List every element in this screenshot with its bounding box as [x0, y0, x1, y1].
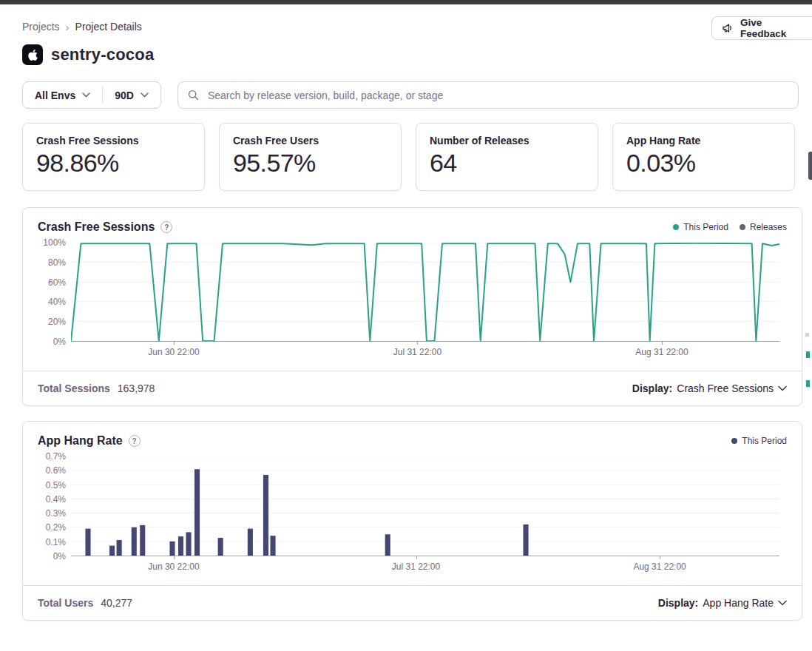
bar-series-bar [117, 540, 122, 556]
give-feedback-label: Give Feedback [740, 17, 811, 39]
chart-footer: Total Users 40,277 Display: App Hang Rat… [23, 585, 802, 620]
legend-item[interactable]: This Period [731, 436, 787, 446]
legend-label: This Period [742, 436, 787, 446]
x-axis-tick-label: Aug 31 22:00 [635, 347, 688, 357]
x-axis-labels: Jun 30 22:00Jul 31 22:00Aug 31 22:00 [71, 342, 779, 362]
y-axis-labels: 100%80%60%40%20%0% [33, 243, 71, 342]
right-edge-cutoff-fragment [806, 380, 810, 387]
bar-series-bar [109, 546, 115, 556]
stat-label: Crash Free Users [233, 135, 388, 146]
bar-series-bar [218, 538, 223, 556]
filter-bar: All Envs 90D [0, 65, 812, 109]
x-axis-tick-label: Jul 31 22:00 [392, 561, 440, 572]
y-axis-tick-label: 0.7% [46, 451, 66, 462]
search-input[interactable] [206, 89, 788, 102]
help-icon[interactable]: ? [129, 435, 141, 447]
chevron-down-icon [141, 92, 149, 98]
env-date-picker: All Envs 90D [22, 81, 161, 109]
y-axis-tick-label: 0.6% [46, 465, 66, 476]
bar-chart-canvas [71, 456, 779, 556]
y-axis-tick-label: 0.2% [46, 522, 66, 533]
apple-platform-icon [22, 44, 43, 65]
legend-dot-icon [731, 438, 737, 444]
chart-body: 100%80%60%40%20%0% [23, 235, 802, 342]
legend-item[interactable]: Releases [740, 222, 787, 232]
display-label: Display: [658, 597, 698, 609]
bar-chart-plot-area [71, 456, 779, 556]
x-axis-tick-label: Jun 30 22:00 [148, 347, 199, 357]
x-axis-tick-label: Jun 30 22:00 [148, 561, 199, 572]
legend-label: This Period [683, 222, 728, 232]
legend-dot-icon [740, 224, 745, 230]
x-axis-tick-label: Aug 31 22:00 [633, 561, 686, 572]
bar-series-bar [178, 536, 183, 556]
y-axis-tick-label: 0% [53, 551, 66, 561]
y-axis-tick-label: 0.3% [46, 508, 66, 519]
breadcrumb-projects-link[interactable]: Projects [22, 21, 60, 33]
release-search-box[interactable] [177, 81, 799, 109]
give-feedback-button[interactable]: Give Feedback [711, 16, 812, 40]
page-header: Projects › Project Details Give Feedback [0, 4, 812, 38]
y-axis-labels: 0.7%0.6%0.5%0.4%0.3%0.2%0.1%0% [33, 456, 71, 556]
bar-series-bar [85, 529, 90, 556]
line-chart-canvas [71, 243, 779, 341]
crash-free-sessions-panel: Crash Free Sessions ? This PeriodRelease… [22, 207, 802, 406]
display-value: App Hang Rate [703, 597, 774, 609]
app-hang-rate-panel: App Hang Rate ? This Period 0.7%0.6%0.5%… [22, 421, 802, 621]
x-axis-tick-label: Jul 31 22:00 [393, 347, 441, 357]
chevron-down-icon [82, 92, 90, 98]
project-title-row: sentry-cocoa [0, 38, 812, 65]
x-axis-labels: Jun 30 22:00Jul 31 22:00Aug 31 22:00 [71, 556, 779, 576]
display-value: Crash Free Sessions [677, 382, 774, 394]
y-axis-tick-label: 20% [48, 317, 66, 327]
chart-title: App Hang Rate [38, 434, 123, 448]
right-edge-cutoff-fragment [806, 351, 810, 358]
stat-card-crash-free-sessions: Crash Free Sessions 98.86% [22, 123, 205, 191]
chart-title: Crash Free Sessions [38, 220, 155, 234]
display-selector[interactable]: Display: App Hang Rate [658, 597, 787, 609]
environment-selector[interactable]: All Envs [23, 82, 102, 108]
chart-footer: Total Sessions 163,978 Display: Crash Fr… [23, 371, 802, 405]
legend-item[interactable]: This Period [673, 222, 728, 232]
y-axis-tick-label: 0.5% [46, 480, 66, 490]
total-label: Total Users [38, 597, 93, 609]
scrollbar-thumb[interactable] [808, 152, 812, 180]
date-range-selector-label: 90D [115, 90, 134, 101]
bar-series-bar [186, 532, 191, 556]
total-value: 40,277 [101, 597, 132, 609]
bar-series-bar [132, 527, 137, 556]
stat-value: 95.57% [233, 149, 388, 178]
chart-header: Crash Free Sessions ? This PeriodRelease… [23, 208, 802, 235]
page-content: Projects › Project Details Give Feedback… [0, 4, 812, 621]
stat-card-app-hang-rate: App Hang Rate 0.03% [612, 123, 795, 191]
stat-label: Crash Free Sessions [36, 135, 191, 146]
stat-value: 98.86% [36, 149, 191, 178]
stat-value: 64 [430, 149, 584, 178]
bar-series-bar [169, 542, 175, 556]
display-selector[interactable]: Display: Crash Free Sessions [632, 382, 787, 394]
chart-header: App Hang Rate ? This Period [23, 422, 802, 449]
chart-legend: This Period [731, 436, 787, 446]
y-axis-tick-label: 80% [48, 257, 66, 268]
stat-label: Number of Releases [430, 135, 584, 146]
megaphone-icon [722, 22, 734, 34]
date-range-selector[interactable]: 90D [103, 82, 160, 108]
total-value: 163,978 [118, 382, 155, 394]
legend-dot-icon [673, 224, 679, 230]
bar-series-bar [248, 529, 253, 556]
chart-legend: This PeriodReleases [673, 222, 787, 232]
help-icon[interactable]: ? [160, 221, 172, 233]
y-axis-tick-label: 100% [43, 237, 66, 248]
y-axis-tick-label: 0.4% [46, 494, 66, 505]
legend-label: Releases [750, 222, 787, 232]
y-axis-tick-label: 0% [53, 337, 66, 347]
chart-body: 0.7%0.6%0.5%0.4%0.3%0.2%0.1%0% [23, 449, 802, 556]
bar-series-bar [194, 469, 200, 556]
bar-series-bar [140, 525, 145, 556]
bar-series-bar [385, 534, 390, 556]
stat-card-crash-free-users: Crash Free Users 95.57% [219, 123, 402, 191]
breadcrumb: Projects › Project Details [22, 17, 790, 33]
page-title: sentry-cocoa [51, 45, 154, 64]
breadcrumb-chevron-icon: › [66, 21, 70, 33]
y-axis-tick-label: 0.1% [46, 537, 66, 547]
